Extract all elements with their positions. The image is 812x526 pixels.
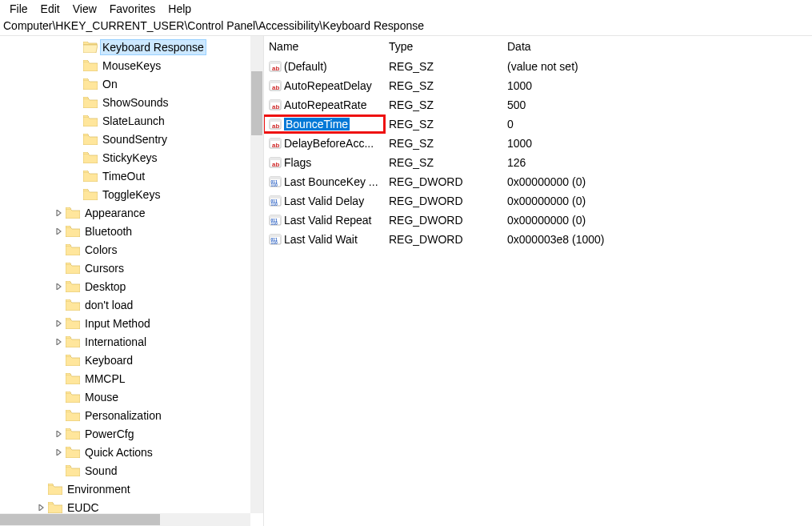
tree-item[interactable]: StickyKeys xyxy=(0,148,250,167)
folder-icon xyxy=(66,428,80,440)
expand-chevron-icon xyxy=(53,354,66,367)
expand-chevron-icon xyxy=(70,188,83,201)
value-row[interactable]: Last Valid RepeatREG_DWORD0x00000000 (0) xyxy=(264,211,812,230)
tree-item-label: Environment xyxy=(66,482,132,496)
value-row[interactable]: AutoRepeatDelayREG_SZ1000 xyxy=(264,76,812,95)
tree-item[interactable]: ShowSounds xyxy=(0,93,250,111)
value-row[interactable]: Last BounceKey ...REG_DWORD0x00000000 (0… xyxy=(264,172,812,191)
value-type: REG_SZ xyxy=(384,78,502,94)
tree-item-label: Keyboard xyxy=(83,353,134,367)
tree-item[interactable]: Sound xyxy=(0,461,250,480)
value-row[interactable]: Last Valid DelayREG_DWORD0x00000000 (0) xyxy=(264,191,812,211)
value-data: 0x00000000 (0) xyxy=(502,193,812,209)
tree-item-label: Bluetooth xyxy=(83,224,134,239)
folder-icon xyxy=(48,502,62,513)
folder-icon xyxy=(66,373,80,384)
expand-chevron-icon[interactable] xyxy=(53,207,66,219)
folder-icon xyxy=(66,263,80,274)
tree-item-label: don't load xyxy=(83,298,134,312)
value-data: 500 xyxy=(502,97,812,113)
expand-chevron-icon xyxy=(35,483,48,496)
menu-edit[interactable]: Edit xyxy=(34,1,66,17)
folder-icon xyxy=(66,391,80,403)
column-header-type[interactable]: Type xyxy=(384,37,502,56)
expand-chevron-icon xyxy=(70,78,83,90)
expand-chevron-icon[interactable] xyxy=(53,317,66,330)
list-header: Name Type Data xyxy=(264,36,812,57)
tree-item[interactable]: ToggleKeys xyxy=(0,185,250,203)
expand-chevron-icon[interactable] xyxy=(53,280,66,293)
value-name: AutoRepeatDelay xyxy=(284,79,372,92)
expand-chevron-icon[interactable] xyxy=(53,225,66,238)
folder-icon xyxy=(83,97,98,108)
expand-chevron-icon[interactable] xyxy=(53,428,66,440)
menu-file[interactable]: File xyxy=(3,1,34,17)
tree-item[interactable]: SlateLaunch xyxy=(0,111,250,130)
string-value-icon xyxy=(269,98,282,111)
value-type: REG_SZ xyxy=(384,135,502,151)
string-value-icon xyxy=(269,118,282,130)
expand-chevron-icon xyxy=(70,41,83,54)
value-name: AutoRepeatRate xyxy=(284,98,367,111)
expand-chevron-icon[interactable] xyxy=(53,335,66,348)
tree-item[interactable]: Desktop xyxy=(0,277,250,295)
tree-item[interactable]: EUDC xyxy=(0,498,250,513)
value-name: (Default) xyxy=(284,60,327,73)
folder-icon xyxy=(66,465,80,476)
tree-item[interactable]: Keyboard Response xyxy=(0,38,250,56)
tree-item[interactable]: Mouse xyxy=(0,387,250,406)
value-type: REG_DWORD xyxy=(384,212,502,228)
string-value-icon xyxy=(269,79,282,92)
value-row[interactable]: DelayBeforeAcc...REG_SZ1000 xyxy=(264,134,812,153)
tree-item[interactable]: Cursors xyxy=(0,259,250,277)
tree-item[interactable]: Appearance xyxy=(0,203,250,222)
tree-item[interactable]: Environment xyxy=(0,480,250,498)
tree-item[interactable]: Quick Actions xyxy=(0,443,250,461)
list-pane: Name Type Data (Default)REG_SZ(value not… xyxy=(264,36,812,526)
dword-value-icon xyxy=(269,175,282,188)
value-row[interactable]: BounceTimeREG_SZ0 xyxy=(264,114,812,134)
folder-icon xyxy=(83,115,98,126)
tree-item[interactable]: MouseKeys xyxy=(0,56,250,74)
tree-item-label: StickyKeys xyxy=(101,151,158,165)
tree-item[interactable]: MMCPL xyxy=(0,369,250,387)
folder-icon xyxy=(66,355,80,366)
tree-item[interactable]: PowerCfg xyxy=(0,424,250,443)
tree-item[interactable]: Keyboard xyxy=(0,351,250,369)
tree-item-label: MouseKeys xyxy=(101,58,162,73)
tree-item[interactable]: Bluetooth xyxy=(0,222,250,240)
tree-item[interactable]: On xyxy=(0,74,250,93)
menu-help[interactable]: Help xyxy=(162,1,198,17)
menu-bar: File Edit View Favorites Help xyxy=(0,0,812,18)
value-row[interactable]: (Default)REG_SZ(value not set) xyxy=(264,57,812,76)
tree-item-label: ShowSounds xyxy=(101,95,170,110)
tree-item-label: Keyboard Response xyxy=(101,40,206,54)
tree-item[interactable]: SoundSentry xyxy=(0,130,250,148)
column-header-data[interactable]: Data xyxy=(502,37,812,56)
tree-item[interactable]: Personalization xyxy=(0,406,250,424)
folder-icon xyxy=(48,484,62,495)
expand-chevron-icon[interactable] xyxy=(53,446,66,459)
value-row[interactable]: AutoRepeatRateREG_SZ500 xyxy=(264,95,812,114)
address-bar[interactable]: Computer\HKEY_CURRENT_USER\Control Panel… xyxy=(0,18,812,35)
expand-chevron-icon xyxy=(70,133,83,146)
tree-item[interactable]: Colors xyxy=(0,240,250,259)
expand-chevron-icon[interactable] xyxy=(35,501,48,514)
column-header-name[interactable]: Name xyxy=(264,37,384,56)
folder-icon xyxy=(66,410,80,421)
tree-item[interactable]: International xyxy=(0,332,250,351)
value-name: Flags xyxy=(284,156,311,169)
menu-favorites[interactable]: Favorites xyxy=(103,1,162,17)
value-row[interactable]: FlagsREG_SZ126 xyxy=(264,153,812,172)
value-row[interactable]: Last Valid WaitREG_DWORD0x000003e8 (1000… xyxy=(264,230,812,249)
string-value-icon xyxy=(269,137,282,150)
menu-view[interactable]: View xyxy=(66,1,103,17)
tree-item[interactable]: don't load xyxy=(0,295,250,314)
tree-item[interactable]: Input Method xyxy=(0,314,250,332)
tree-item[interactable]: TimeOut xyxy=(0,167,250,185)
folder-icon xyxy=(83,189,98,200)
expand-chevron-icon xyxy=(53,299,66,311)
expand-chevron-icon xyxy=(70,151,83,164)
tree-horizontal-scrollbar[interactable] xyxy=(0,513,250,526)
tree-vertical-scrollbar[interactable] xyxy=(250,36,263,513)
